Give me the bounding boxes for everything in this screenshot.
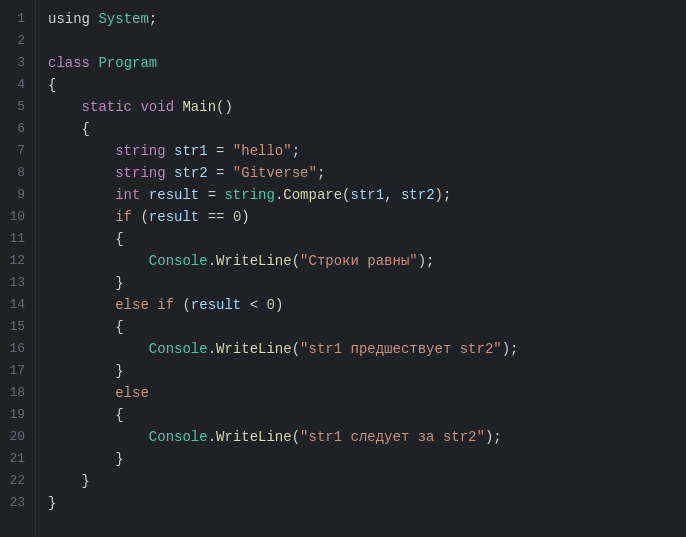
token-plain: ;	[317, 165, 325, 181]
token-plain: );	[435, 187, 452, 203]
token-plain: }	[48, 451, 124, 467]
token-plain: );	[485, 429, 502, 445]
code-line: class Program	[48, 52, 674, 74]
token-plain	[48, 253, 149, 269]
token-plain	[48, 385, 115, 401]
token-method: Main	[182, 99, 216, 115]
token-type: string	[224, 187, 274, 203]
line-number: 10	[8, 206, 25, 228]
token-plain: ,	[384, 187, 401, 203]
token-plain: (	[342, 187, 350, 203]
token-kw: class	[48, 55, 98, 71]
line-number: 11	[8, 228, 25, 250]
line-number: 18	[8, 382, 25, 404]
line-number: 6	[8, 118, 25, 140]
code-line: Console.WriteLine("str1 предшествует str…	[48, 338, 674, 360]
token-method: WriteLine	[216, 341, 292, 357]
token-plain	[48, 341, 149, 357]
code-line: string str2 = "Gitverse";	[48, 162, 674, 184]
token-plain	[48, 297, 115, 313]
code-content[interactable]: using System; class Program{ static void…	[36, 0, 686, 537]
code-line: }	[48, 492, 674, 514]
token-plain: ==	[199, 209, 233, 225]
token-plain: ()	[216, 99, 233, 115]
code-line: {	[48, 404, 674, 426]
line-number: 3	[8, 52, 25, 74]
code-line: {	[48, 74, 674, 96]
token-cyan: result	[149, 209, 199, 225]
token-plain: )	[241, 209, 249, 225]
token-cyan: result	[191, 297, 241, 313]
line-number: 4	[8, 74, 25, 96]
code-line: static void Main()	[48, 96, 674, 118]
token-plain: {	[48, 77, 56, 93]
token-kw: int	[115, 187, 149, 203]
line-number: 9	[8, 184, 25, 206]
token-kw: static	[82, 99, 141, 115]
code-line: Console.WriteLine("Строки равны");	[48, 250, 674, 272]
token-kw-ctrl: else	[115, 297, 157, 313]
code-line: else if (result < 0)	[48, 294, 674, 316]
token-cyan: str1	[351, 187, 385, 203]
line-number: 17	[8, 360, 25, 382]
token-type: Console	[149, 253, 208, 269]
code-line: }	[48, 470, 674, 492]
token-kw: void	[140, 99, 182, 115]
token-plain	[48, 99, 82, 115]
line-number: 22	[8, 470, 25, 492]
code-line: if (result == 0)	[48, 206, 674, 228]
line-number: 19	[8, 404, 25, 426]
code-editor: 1234567891011121314151617181920212223 us…	[0, 0, 686, 537]
token-plain	[48, 165, 115, 181]
token-plain: {	[48, 121, 90, 137]
token-plain: (	[140, 209, 148, 225]
code-line: }	[48, 272, 674, 294]
line-number: 5	[8, 96, 25, 118]
token-plain	[48, 209, 115, 225]
code-line: {	[48, 228, 674, 250]
token-kw-ctrl: if	[115, 209, 140, 225]
line-number: 23	[8, 492, 25, 514]
token-method: Compare	[283, 187, 342, 203]
token-plain: ;	[149, 11, 157, 27]
line-number: 21	[8, 448, 25, 470]
line-number: 15	[8, 316, 25, 338]
token-sys: System	[98, 11, 148, 27]
token-plain: =	[208, 165, 233, 181]
token-plain: =	[208, 143, 233, 159]
line-number: 1	[8, 8, 25, 30]
token-plain: (	[292, 253, 300, 269]
line-number: 12	[8, 250, 25, 272]
token-cyan: str2	[401, 187, 435, 203]
token-plain: }	[48, 495, 56, 511]
token-plain: ;	[292, 143, 300, 159]
code-line: else	[48, 382, 674, 404]
token-plain: )	[275, 297, 283, 313]
token-cyan: result	[149, 187, 199, 203]
token-plain	[48, 429, 149, 445]
token-str: "Строки равны"	[300, 253, 418, 269]
token-using-kw: using	[48, 11, 98, 27]
token-method: WriteLine	[216, 253, 292, 269]
line-number: 13	[8, 272, 25, 294]
token-plain: =	[199, 187, 224, 203]
token-num: 0	[267, 297, 275, 313]
code-line	[48, 30, 674, 52]
line-number: 8	[8, 162, 25, 184]
code-line: {	[48, 316, 674, 338]
line-number: 7	[8, 140, 25, 162]
token-str: "str1 предшествует str2"	[300, 341, 502, 357]
token-plain: (	[292, 429, 300, 445]
token-plain: .	[208, 341, 216, 357]
token-str: "hello"	[233, 143, 292, 159]
code-line: }	[48, 360, 674, 382]
token-plain: .	[208, 429, 216, 445]
token-kw: string	[115, 143, 174, 159]
code-line: using System;	[48, 8, 674, 30]
code-line: {	[48, 118, 674, 140]
token-type: Console	[149, 429, 208, 445]
token-type: Console	[149, 341, 208, 357]
token-kw-ctrl: else	[115, 385, 149, 401]
token-plain: (	[292, 341, 300, 357]
token-plain: <	[241, 297, 266, 313]
